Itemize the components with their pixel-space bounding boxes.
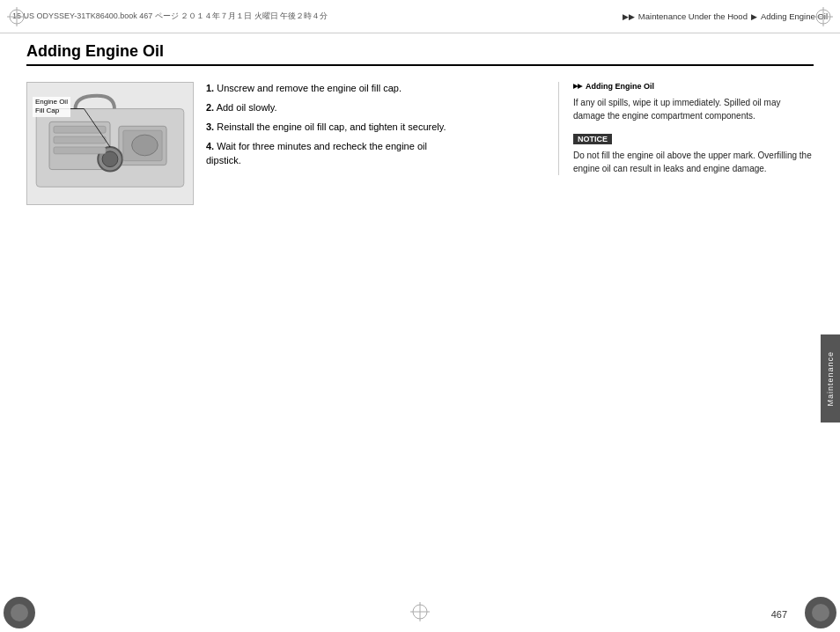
page-title: Adding Engine Oil bbox=[26, 42, 814, 66]
instructions-list: 1. Unscrew and remove the engine oil fil… bbox=[206, 82, 458, 173]
svg-point-16 bbox=[132, 135, 158, 156]
step-3-text: Reinstall the engine oil fill cap, and t… bbox=[217, 121, 446, 132]
svg-rect-14 bbox=[54, 147, 106, 154]
crosshair-bottom-middle bbox=[410, 602, 430, 621]
page-number: 467 bbox=[771, 609, 787, 620]
diagram-label-line2: Fill Cap bbox=[35, 107, 59, 114]
svg-rect-13 bbox=[54, 136, 106, 143]
sidebar-maintenance-tab: Maintenance bbox=[821, 334, 840, 423]
breadcrumb-arrow: ▶▶ bbox=[623, 12, 635, 21]
decorative-circle-bl bbox=[4, 597, 35, 628]
notice-box: NOTICE Do not fill the engine oil above … bbox=[573, 133, 814, 175]
sidebar-tab-label: Maintenance bbox=[826, 351, 835, 407]
header-file-info: 15 US ODYSSEY-31TK86400.book 467 ページ ２０１… bbox=[12, 11, 328, 22]
step-1-text: Unscrew and remove the engine oil fill c… bbox=[217, 83, 402, 93]
breadcrumb-separator: ▶ bbox=[751, 12, 757, 21]
notice-text: Do not fill the engine oil above the upp… bbox=[573, 149, 814, 175]
crosshair-top-left bbox=[7, 7, 26, 26]
step-4: 4. Wait for three minutes and recheck th… bbox=[206, 140, 458, 168]
crosshair-top-right bbox=[814, 7, 833, 26]
engine-diagram: Engine Oil Fill Cap bbox=[26, 82, 194, 205]
step-3: 3. Reinstall the engine oil fill cap, an… bbox=[206, 121, 458, 135]
step-2-text: Add oil slowly. bbox=[217, 102, 277, 113]
breadcrumb-item-1: Maintenance Under the Hood bbox=[638, 11, 748, 21]
right-section-body: If any oil spills, wipe it up immediatel… bbox=[573, 96, 814, 122]
decorative-circle-br bbox=[805, 597, 836, 628]
step-4-text: Wait for three minutes and recheck the e… bbox=[206, 141, 427, 165]
page-container: 15 US ODYSSEY-31TK86400.book 467 ページ ２０１… bbox=[0, 0, 840, 632]
diagram-label-line1: Engine Oil bbox=[35, 98, 68, 106]
step-1: 1. Unscrew and remove the engine oil fil… bbox=[206, 82, 458, 96]
right-section-title: Adding Engine Oil bbox=[573, 82, 814, 91]
notice-label: NOTICE bbox=[573, 134, 612, 144]
main-content: Adding Engine Oil bbox=[26, 33, 814, 597]
left-column: Engine Oil Fill Cap 1. Unscrew and remov… bbox=[26, 82, 458, 205]
step-2: 2. Add oil slowly. bbox=[206, 101, 458, 115]
header-bar: 15 US ODYSSEY-31TK86400.book 467 ページ ２０１… bbox=[0, 0, 840, 33]
right-column: Adding Engine Oil If any oil spills, wip… bbox=[558, 82, 814, 175]
header-breadcrumb: ▶▶ Maintenance Under the Hood ▶ Adding E… bbox=[623, 11, 828, 21]
